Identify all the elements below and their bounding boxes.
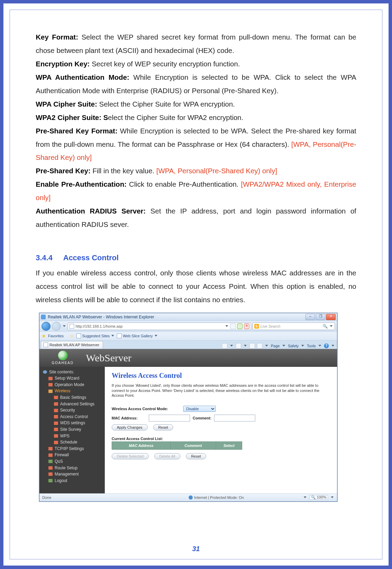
mac-label: MAC Address:	[112, 416, 146, 420]
favorites-label[interactable]: Favorites	[48, 334, 64, 338]
suggested-sites-link[interactable]: Suggested Sites	[76, 333, 115, 338]
mode-label: Wireless Access Control Mode:	[112, 407, 180, 411]
minimize-button[interactable]: –	[305, 314, 315, 320]
section-body: If you enable wireless access control, o…	[36, 266, 356, 307]
label-wpa2-cipher: WPA2 Cipher Suite: S	[36, 113, 108, 121]
label-wpa-auth-mode: WPA Authentication Mode:	[36, 73, 129, 81]
label-wpa-cipher: WPA Cipher Suite:	[36, 100, 97, 108]
folder-icon	[48, 460, 53, 463]
search-provider-icon: b	[254, 324, 259, 329]
note-psk: [WPA, Personal(Pre-Shared Key) only]	[156, 167, 277, 175]
stop-icon[interactable]: ✕	[244, 324, 249, 329]
delete-all-button[interactable]: Delete All	[154, 453, 180, 459]
back-button[interactable]	[42, 322, 51, 331]
search-box[interactable]: b Live Search 🔍	[253, 322, 335, 330]
search-options-icon[interactable]	[330, 325, 333, 327]
web-slice-link[interactable]: Web Slice Gallery	[117, 333, 158, 338]
command-bar: Page Safety Tools ?	[103, 343, 337, 349]
sidebar-item-firewall[interactable]: Firewall	[40, 452, 105, 458]
safety-menu[interactable]: Safety	[288, 344, 299, 348]
chevron-down-icon	[155, 335, 157, 337]
delete-selected-button[interactable]: Delete Selected	[112, 453, 149, 459]
browser-window: Realtek WLAN AP Webserver - Windows Inte…	[39, 313, 337, 502]
comment-label: Comment:	[193, 416, 211, 420]
reset-button[interactable]: Reset	[153, 424, 173, 430]
chevron-down-icon[interactable]	[265, 345, 268, 347]
section-heading: 3.4.4Access Control	[36, 251, 356, 265]
search-placeholder: Live Search	[260, 324, 321, 328]
sidebar-item-wds-settings[interactable]: WDS settings	[40, 420, 105, 426]
feeds-icon[interactable]	[236, 343, 241, 349]
page-icon	[43, 342, 48, 347]
status-bar: Done Internet | Protected Mode: On 🔍 100…	[40, 493, 337, 501]
chevron-down-icon[interactable]	[304, 496, 306, 498]
document-body: Key Format: Select the WEP shared secret…	[36, 31, 356, 307]
sidebar-item-security[interactable]: Security	[40, 407, 105, 414]
sidebar-item-wireless[interactable]: Wireless	[40, 388, 105, 394]
sidebar-item-management[interactable]: Management	[40, 471, 105, 478]
mode-select[interactable]: Disable	[183, 406, 216, 412]
close-button[interactable]: ✕	[326, 314, 336, 320]
chevron-down-icon[interactable]	[318, 345, 321, 347]
forward-button[interactable]	[52, 322, 61, 331]
th-mac: MAC Address	[112, 442, 171, 450]
help-icon[interactable]: ?	[324, 343, 329, 348]
tools-menu[interactable]: Tools	[307, 344, 316, 348]
search-icon[interactable]: 🔍	[322, 324, 328, 329]
webserver-title: WebServer	[86, 352, 132, 364]
sidebar-item-setup-wizard[interactable]: Setup Wizard	[40, 375, 105, 382]
mac-input[interactable]	[149, 415, 190, 422]
print-icon[interactable]	[257, 343, 262, 349]
sidebar-item-site-survey[interactable]: Site Survey	[40, 426, 105, 433]
favorites-star-icon[interactable]: ★	[42, 333, 46, 339]
folder-icon	[48, 453, 53, 457]
add-favorite-icon[interactable]: ☆	[70, 333, 74, 339]
address-bar[interactable]: http://192.168.1.1/home.asp ✕	[68, 322, 251, 330]
refresh-icon[interactable]	[237, 324, 243, 329]
access-control-table: MAC Address Comment Select	[112, 441, 242, 450]
compat-view-icon[interactable]	[230, 324, 236, 329]
page-icon	[76, 333, 81, 338]
chevron-down-icon[interactable]	[244, 345, 247, 347]
page-content: GOAHEAD WebServer Site contents: Setup W…	[40, 349, 337, 493]
folder-icon	[48, 383, 53, 386]
folder-icon	[48, 466, 53, 470]
favorites-bar: ★ Favorites ☆ Suggested Sites Web Slice …	[40, 331, 337, 340]
mail-icon[interactable]	[249, 343, 255, 349]
label-pre-auth: Enable Pre-Authentication:	[36, 180, 127, 188]
page-menu[interactable]: Page	[271, 344, 280, 348]
sidebar-item-wps[interactable]: WPS	[40, 433, 105, 439]
sidebar-item-logout[interactable]: Logout	[40, 478, 105, 484]
sidebar-item-advanced-settings[interactable]: Advanced Settings	[40, 401, 105, 407]
sidebar-item-qos[interactable]: QoS	[40, 458, 105, 465]
label-psk: Pre-Shared Key:	[36, 167, 91, 175]
sidebar-item-route-setup[interactable]: Route Setup	[40, 465, 105, 471]
sidebar-item-schedule[interactable]: Schedule	[40, 439, 105, 446]
page-number: 31	[10, 545, 382, 553]
comment-input[interactable]	[214, 415, 255, 422]
zoom-level[interactable]: 🔍 100%	[309, 495, 328, 500]
globe-icon	[58, 351, 68, 360]
chevron-down-icon[interactable]	[230, 345, 233, 347]
folder-icon	[54, 402, 58, 406]
folder-icon	[54, 415, 58, 418]
maximize-button[interactable]: ❐	[316, 314, 325, 320]
folder-icon	[54, 428, 58, 431]
label-psk-format: Pre-Shared Key Format:	[36, 127, 117, 135]
address-dropdown-icon[interactable]	[225, 325, 228, 327]
reset-list-button[interactable]: Reset	[186, 453, 206, 459]
chevron-down-icon[interactable]	[282, 345, 285, 347]
sidebar-item-basic-settings[interactable]: Basic Settings	[40, 394, 105, 401]
sidebar-item-tcpip-settings[interactable]: TCP/IP Settings	[40, 446, 105, 452]
sidebar-item-access-control[interactable]: Access Control	[40, 414, 105, 420]
chevron-down-icon[interactable]	[301, 345, 304, 347]
history-dropdown-icon[interactable]	[63, 325, 66, 327]
goahead-logo: GOAHEAD	[40, 351, 86, 365]
chevron-down-icon[interactable]	[331, 496, 334, 498]
chevron-down-icon[interactable]	[332, 345, 334, 347]
home-icon[interactable]	[222, 343, 227, 349]
globe-icon	[43, 370, 47, 374]
browser-tab[interactable]: Realtek WLAN AP Webserver	[41, 341, 103, 349]
apply-changes-button[interactable]: Apply Changes	[112, 424, 148, 430]
sidebar-item-operation-mode[interactable]: Operation Mode	[40, 382, 105, 388]
